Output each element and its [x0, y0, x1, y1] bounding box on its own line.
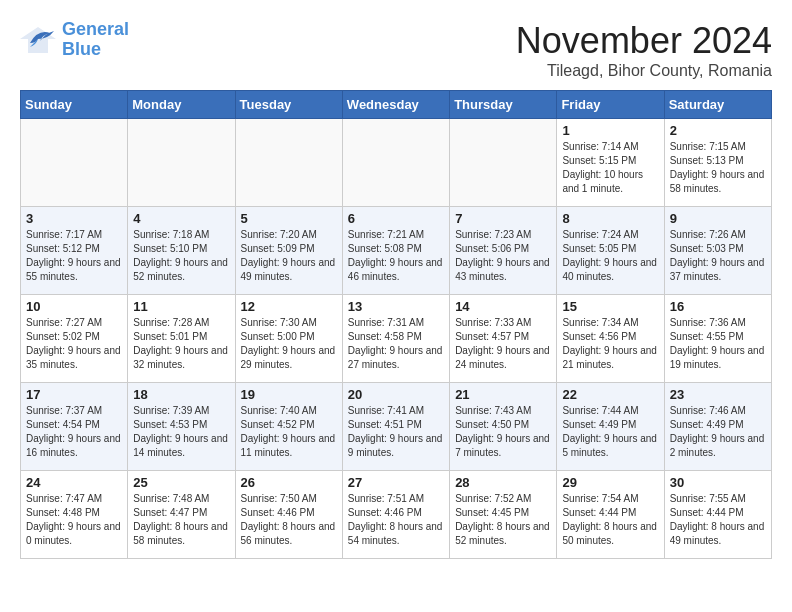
- calendar-cell: 15Sunrise: 7:34 AM Sunset: 4:56 PM Dayli…: [557, 295, 664, 383]
- svg-marker-0: [20, 27, 56, 53]
- calendar-cell: 23Sunrise: 7:46 AM Sunset: 4:49 PM Dayli…: [664, 383, 771, 471]
- day-info: Sunrise: 7:36 AM Sunset: 4:55 PM Dayligh…: [670, 316, 766, 372]
- day-number: 3: [26, 211, 122, 226]
- day-info: Sunrise: 7:28 AM Sunset: 5:01 PM Dayligh…: [133, 316, 229, 372]
- day-number: 16: [670, 299, 766, 314]
- calendar-cell: 7Sunrise: 7:23 AM Sunset: 5:06 PM Daylig…: [450, 207, 557, 295]
- day-number: 20: [348, 387, 444, 402]
- day-info: Sunrise: 7:37 AM Sunset: 4:54 PM Dayligh…: [26, 404, 122, 460]
- day-info: Sunrise: 7:47 AM Sunset: 4:48 PM Dayligh…: [26, 492, 122, 548]
- day-number: 29: [562, 475, 658, 490]
- calendar-cell: 25Sunrise: 7:48 AM Sunset: 4:47 PM Dayli…: [128, 471, 235, 559]
- calendar-cell: 12Sunrise: 7:30 AM Sunset: 5:00 PM Dayli…: [235, 295, 342, 383]
- day-info: Sunrise: 7:23 AM Sunset: 5:06 PM Dayligh…: [455, 228, 551, 284]
- calendar-cell: [235, 119, 342, 207]
- logo: General Blue: [20, 20, 129, 60]
- day-number: 11: [133, 299, 229, 314]
- day-number: 25: [133, 475, 229, 490]
- day-number: 2: [670, 123, 766, 138]
- day-number: 7: [455, 211, 551, 226]
- day-info: Sunrise: 7:44 AM Sunset: 4:49 PM Dayligh…: [562, 404, 658, 460]
- calendar-cell: 17Sunrise: 7:37 AM Sunset: 4:54 PM Dayli…: [21, 383, 128, 471]
- day-info: Sunrise: 7:14 AM Sunset: 5:15 PM Dayligh…: [562, 140, 658, 196]
- day-info: Sunrise: 7:39 AM Sunset: 4:53 PM Dayligh…: [133, 404, 229, 460]
- day-info: Sunrise: 7:24 AM Sunset: 5:05 PM Dayligh…: [562, 228, 658, 284]
- calendar-cell: [21, 119, 128, 207]
- day-info: Sunrise: 7:17 AM Sunset: 5:12 PM Dayligh…: [26, 228, 122, 284]
- calendar-cell: 27Sunrise: 7:51 AM Sunset: 4:46 PM Dayli…: [342, 471, 449, 559]
- day-number: 6: [348, 211, 444, 226]
- day-number: 26: [241, 475, 337, 490]
- header-tuesday: Tuesday: [235, 91, 342, 119]
- calendar-cell: 30Sunrise: 7:55 AM Sunset: 4:44 PM Dayli…: [664, 471, 771, 559]
- calendar-cell: [128, 119, 235, 207]
- day-number: 10: [26, 299, 122, 314]
- day-info: Sunrise: 7:34 AM Sunset: 4:56 PM Dayligh…: [562, 316, 658, 372]
- day-info: Sunrise: 7:55 AM Sunset: 4:44 PM Dayligh…: [670, 492, 766, 548]
- calendar-cell: 26Sunrise: 7:50 AM Sunset: 4:46 PM Dayli…: [235, 471, 342, 559]
- day-info: Sunrise: 7:54 AM Sunset: 4:44 PM Dayligh…: [562, 492, 658, 548]
- calendar-cell: 29Sunrise: 7:54 AM Sunset: 4:44 PM Dayli…: [557, 471, 664, 559]
- day-number: 17: [26, 387, 122, 402]
- calendar-cell: 18Sunrise: 7:39 AM Sunset: 4:53 PM Dayli…: [128, 383, 235, 471]
- calendar-cell: [342, 119, 449, 207]
- day-info: Sunrise: 7:27 AM Sunset: 5:02 PM Dayligh…: [26, 316, 122, 372]
- day-info: Sunrise: 7:30 AM Sunset: 5:00 PM Dayligh…: [241, 316, 337, 372]
- logo-blue: Blue: [62, 39, 101, 59]
- calendar-cell: 1Sunrise: 7:14 AM Sunset: 5:15 PM Daylig…: [557, 119, 664, 207]
- day-number: 9: [670, 211, 766, 226]
- week-row-3: 10Sunrise: 7:27 AM Sunset: 5:02 PM Dayli…: [21, 295, 772, 383]
- day-info: Sunrise: 7:52 AM Sunset: 4:45 PM Dayligh…: [455, 492, 551, 548]
- header-friday: Friday: [557, 91, 664, 119]
- day-info: Sunrise: 7:43 AM Sunset: 4:50 PM Dayligh…: [455, 404, 551, 460]
- calendar-cell: 5Sunrise: 7:20 AM Sunset: 5:09 PM Daylig…: [235, 207, 342, 295]
- calendar-cell: 16Sunrise: 7:36 AM Sunset: 4:55 PM Dayli…: [664, 295, 771, 383]
- day-info: Sunrise: 7:21 AM Sunset: 5:08 PM Dayligh…: [348, 228, 444, 284]
- day-info: Sunrise: 7:31 AM Sunset: 4:58 PM Dayligh…: [348, 316, 444, 372]
- calendar-cell: 28Sunrise: 7:52 AM Sunset: 4:45 PM Dayli…: [450, 471, 557, 559]
- calendar-table: SundayMondayTuesdayWednesdayThursdayFrid…: [20, 90, 772, 559]
- day-info: Sunrise: 7:18 AM Sunset: 5:10 PM Dayligh…: [133, 228, 229, 284]
- day-info: Sunrise: 7:46 AM Sunset: 4:49 PM Dayligh…: [670, 404, 766, 460]
- day-number: 5: [241, 211, 337, 226]
- day-number: 24: [26, 475, 122, 490]
- day-number: 22: [562, 387, 658, 402]
- day-number: 30: [670, 475, 766, 490]
- calendar-cell: 2Sunrise: 7:15 AM Sunset: 5:13 PM Daylig…: [664, 119, 771, 207]
- calendar-cell: 3Sunrise: 7:17 AM Sunset: 5:12 PM Daylig…: [21, 207, 128, 295]
- week-row-4: 17Sunrise: 7:37 AM Sunset: 4:54 PM Dayli…: [21, 383, 772, 471]
- calendar-cell: 24Sunrise: 7:47 AM Sunset: 4:48 PM Dayli…: [21, 471, 128, 559]
- day-number: 14: [455, 299, 551, 314]
- day-number: 1: [562, 123, 658, 138]
- weekday-header-row: SundayMondayTuesdayWednesdayThursdayFrid…: [21, 91, 772, 119]
- calendar-cell: 8Sunrise: 7:24 AM Sunset: 5:05 PM Daylig…: [557, 207, 664, 295]
- day-info: Sunrise: 7:40 AM Sunset: 4:52 PM Dayligh…: [241, 404, 337, 460]
- page-header: General Blue November 2024 Tileagd, Biho…: [20, 20, 772, 80]
- header-wednesday: Wednesday: [342, 91, 449, 119]
- title-block: November 2024 Tileagd, Bihor County, Rom…: [516, 20, 772, 80]
- day-number: 8: [562, 211, 658, 226]
- calendar-cell: 14Sunrise: 7:33 AM Sunset: 4:57 PM Dayli…: [450, 295, 557, 383]
- day-number: 27: [348, 475, 444, 490]
- header-sunday: Sunday: [21, 91, 128, 119]
- calendar-cell: 10Sunrise: 7:27 AM Sunset: 5:02 PM Dayli…: [21, 295, 128, 383]
- week-row-2: 3Sunrise: 7:17 AM Sunset: 5:12 PM Daylig…: [21, 207, 772, 295]
- calendar-cell: 4Sunrise: 7:18 AM Sunset: 5:10 PM Daylig…: [128, 207, 235, 295]
- day-number: 15: [562, 299, 658, 314]
- day-info: Sunrise: 7:51 AM Sunset: 4:46 PM Dayligh…: [348, 492, 444, 548]
- week-row-1: 1Sunrise: 7:14 AM Sunset: 5:15 PM Daylig…: [21, 119, 772, 207]
- calendar-cell: [450, 119, 557, 207]
- week-row-5: 24Sunrise: 7:47 AM Sunset: 4:48 PM Dayli…: [21, 471, 772, 559]
- day-info: Sunrise: 7:33 AM Sunset: 4:57 PM Dayligh…: [455, 316, 551, 372]
- day-info: Sunrise: 7:26 AM Sunset: 5:03 PM Dayligh…: [670, 228, 766, 284]
- day-number: 13: [348, 299, 444, 314]
- header-saturday: Saturday: [664, 91, 771, 119]
- day-number: 19: [241, 387, 337, 402]
- calendar-cell: 19Sunrise: 7:40 AM Sunset: 4:52 PM Dayli…: [235, 383, 342, 471]
- day-info: Sunrise: 7:41 AM Sunset: 4:51 PM Dayligh…: [348, 404, 444, 460]
- day-info: Sunrise: 7:20 AM Sunset: 5:09 PM Dayligh…: [241, 228, 337, 284]
- day-number: 23: [670, 387, 766, 402]
- logo-icon: [20, 25, 56, 55]
- calendar-cell: 6Sunrise: 7:21 AM Sunset: 5:08 PM Daylig…: [342, 207, 449, 295]
- calendar-cell: 11Sunrise: 7:28 AM Sunset: 5:01 PM Dayli…: [128, 295, 235, 383]
